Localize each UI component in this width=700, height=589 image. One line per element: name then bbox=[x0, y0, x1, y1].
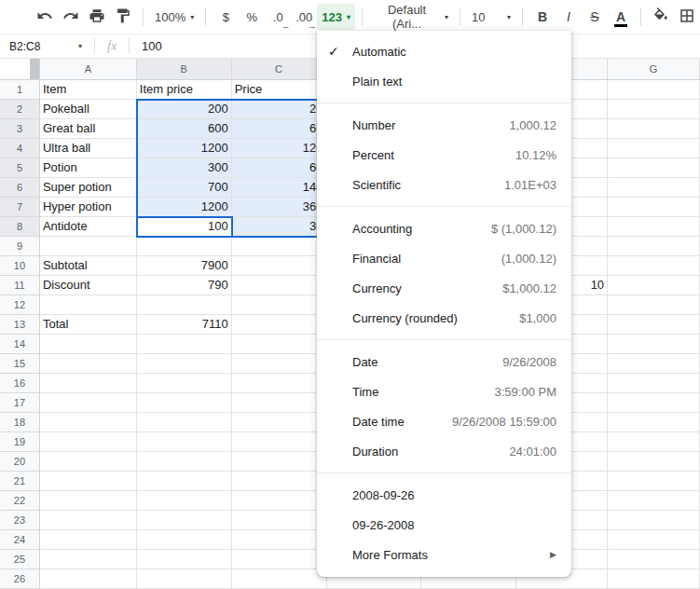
menu-item-date-time[interactable]: Date time9/26/2008 15:59:00 bbox=[317, 406, 571, 436]
cell-B1[interactable]: Item price bbox=[137, 80, 232, 100]
row-header-5[interactable]: 5 bbox=[0, 158, 40, 178]
cell-C24[interactable] bbox=[232, 530, 327, 550]
cell-A12[interactable] bbox=[40, 295, 137, 315]
cell-G6[interactable] bbox=[608, 178, 700, 198]
format-currency-button[interactable]: $ bbox=[213, 4, 239, 30]
row-header-22[interactable]: 22 bbox=[0, 491, 40, 511]
cell-B9[interactable] bbox=[137, 237, 232, 256]
cell-B26[interactable] bbox=[137, 569, 232, 589]
cell-B22[interactable] bbox=[137, 491, 232, 511]
row-header-20[interactable]: 20 bbox=[0, 452, 40, 472]
decrease-decimal-button[interactable]: .0 ← bbox=[265, 4, 291, 30]
print-button[interactable] bbox=[84, 4, 110, 30]
text-color-button[interactable]: A bbox=[608, 4, 634, 30]
row-header-7[interactable]: 7 bbox=[0, 198, 40, 217]
cell-A11[interactable]: Discount bbox=[40, 276, 137, 295]
cell-C6[interactable]: 140 bbox=[232, 178, 327, 198]
cell-C14[interactable] bbox=[232, 335, 327, 354]
cell-G21[interactable] bbox=[608, 472, 700, 491]
cell-A4[interactable]: Ultra ball bbox=[40, 139, 137, 158]
cell-C5[interactable]: 60 bbox=[232, 158, 327, 178]
cell-G14[interactable] bbox=[608, 335, 700, 354]
cell-G2[interactable] bbox=[608, 100, 700, 119]
cell-A25[interactable] bbox=[40, 550, 137, 569]
cell-A10[interactable]: Subtotal bbox=[40, 256, 137, 276]
cell-C25[interactable] bbox=[232, 550, 327, 569]
cell-A17[interactable] bbox=[40, 393, 137, 413]
menu-item-plain-text[interactable]: Plain text bbox=[317, 66, 571, 96]
cell-G12[interactable] bbox=[608, 295, 700, 315]
cell-C20[interactable] bbox=[232, 452, 327, 472]
row-header-14[interactable]: 14 bbox=[0, 335, 40, 354]
cell-G23[interactable] bbox=[608, 511, 700, 530]
row-header-16[interactable]: 16 bbox=[0, 374, 40, 393]
cell-C11[interactable] bbox=[232, 276, 327, 295]
cell-C12[interactable] bbox=[232, 295, 327, 315]
cell-A13[interactable]: Total bbox=[40, 315, 137, 335]
cell-B4[interactable]: 1200 bbox=[137, 139, 232, 158]
menu-item-date[interactable]: Date9/26/2008 bbox=[317, 347, 571, 377]
row-header-2[interactable]: 2 bbox=[0, 100, 40, 119]
row-header-10[interactable]: 10 bbox=[0, 256, 40, 276]
redo-button[interactable] bbox=[58, 4, 84, 30]
cell-A1[interactable]: Item bbox=[40, 80, 137, 100]
menu-item-percent[interactable]: Percent10.12% bbox=[317, 140, 571, 170]
cell-C16[interactable] bbox=[232, 374, 327, 393]
zoom-select[interactable]: 100% ▾ bbox=[150, 4, 199, 30]
bold-button[interactable]: B bbox=[529, 4, 556, 30]
cell-B6[interactable]: 700 bbox=[137, 178, 232, 198]
cell-B10[interactable]: 7900 bbox=[137, 256, 232, 276]
borders-button[interactable] bbox=[674, 4, 700, 30]
font-family-select[interactable]: Default (Ari... ▾ bbox=[369, 4, 453, 30]
cell-B21[interactable] bbox=[137, 472, 232, 491]
cell-C9[interactable] bbox=[232, 237, 327, 256]
cell-G19[interactable] bbox=[608, 432, 700, 452]
paint-format-button[interactable] bbox=[110, 4, 136, 30]
cell-G22[interactable] bbox=[608, 491, 700, 511]
cell-B11[interactable]: 790 bbox=[137, 276, 232, 295]
cell-C2[interactable]: 20 bbox=[232, 100, 327, 119]
cell-C17[interactable] bbox=[232, 393, 327, 413]
cell-A6[interactable]: Super potion bbox=[40, 178, 137, 198]
cell-A26[interactable] bbox=[40, 569, 137, 589]
menu-item-duration[interactable]: Duration24:01:00 bbox=[317, 436, 571, 466]
increase-decimal-button[interactable]: .00 → bbox=[291, 4, 317, 30]
cell-B5[interactable]: 300 bbox=[137, 158, 232, 178]
menu-item-time[interactable]: Time3:59:00 PM bbox=[317, 377, 571, 406]
strikethrough-button[interactable]: S bbox=[582, 4, 608, 30]
menu-item-automatic[interactable]: ✓Automatic bbox=[317, 36, 571, 66]
cell-A18[interactable] bbox=[40, 413, 137, 432]
cell-C21[interactable] bbox=[232, 472, 327, 491]
row-header-6[interactable]: 6 bbox=[0, 178, 40, 198]
cell-A23[interactable] bbox=[40, 511, 137, 530]
cell-B7[interactable]: 1200 bbox=[137, 198, 232, 217]
italic-button[interactable]: I bbox=[556, 4, 582, 30]
cell-G25[interactable] bbox=[608, 550, 700, 569]
cell-B12[interactable] bbox=[137, 295, 232, 315]
cell-G5[interactable] bbox=[608, 158, 700, 178]
menu-item-currency-rounded-[interactable]: Currency (rounded)$1,000 bbox=[317, 303, 571, 333]
cell-G26[interactable] bbox=[608, 569, 700, 589]
cell-G13[interactable] bbox=[608, 315, 700, 335]
row-header-17[interactable]: 17 bbox=[0, 393, 40, 413]
cell-A7[interactable]: Hyper potion bbox=[40, 198, 137, 217]
cell-B24[interactable] bbox=[137, 530, 232, 550]
cell-A15[interactable] bbox=[40, 354, 137, 374]
number-format-button[interactable]: 123 ▾ bbox=[317, 4, 355, 30]
cell-A20[interactable] bbox=[40, 452, 137, 472]
cell-B25[interactable] bbox=[137, 550, 232, 569]
cell-A8[interactable]: Antidote bbox=[40, 217, 137, 237]
row-header-9[interactable]: 9 bbox=[0, 237, 40, 256]
cell-G9[interactable] bbox=[608, 237, 700, 256]
row-header-13[interactable]: 13 bbox=[0, 315, 40, 335]
font-size-select[interactable]: 10 ▾ bbox=[467, 4, 515, 30]
cell-C19[interactable] bbox=[232, 432, 327, 452]
cell-G18[interactable] bbox=[608, 413, 700, 432]
cell-A9[interactable] bbox=[40, 237, 137, 256]
cell-B13[interactable]: 7110 bbox=[137, 315, 232, 335]
column-header-G[interactable]: G bbox=[608, 59, 700, 80]
cell-G8[interactable] bbox=[608, 217, 700, 237]
cell-B19[interactable] bbox=[137, 432, 232, 452]
column-header-C[interactable]: C bbox=[232, 59, 327, 80]
cell-A5[interactable]: Potion bbox=[40, 158, 137, 178]
